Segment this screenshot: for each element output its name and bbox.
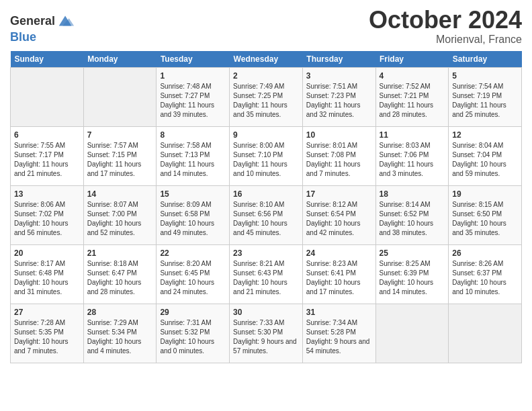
cell-content: Sunrise: 8:26 AMSunset: 6:37 PMDaylight:… [452,259,518,297]
calendar-cell: 17Sunrise: 8:12 AMSunset: 6:54 PMDayligh… [302,185,375,244]
sunset-text: Sunset: 7:17 PM [14,151,64,158]
month-year: October 2024 [369,7,522,34]
calendar-cell: 19Sunrise: 8:15 AMSunset: 6:50 PMDayligh… [449,185,522,244]
calendar-cell: 12Sunrise: 8:04 AMSunset: 7:04 PMDayligh… [449,126,522,185]
logo-icon [56,12,75,31]
daylight-text: Daylight: 10 hours and 38 minutes. [380,220,434,236]
calendar-week-1: 1Sunrise: 7:48 AMSunset: 7:27 PMDaylight… [11,67,522,126]
sunset-text: Sunset: 6:56 PM [233,210,283,218]
sunset-text: Sunset: 7:00 PM [87,210,137,218]
daylight-text: Daylight: 10 hours and 31 minutes. [14,279,69,295]
daylight-text: Daylight: 11 hours and 35 minutes. [233,101,287,118]
sunset-text: Sunset: 6:39 PM [380,269,429,277]
location: Morienval, France [369,34,522,46]
cell-content: Sunrise: 7:33 AMSunset: 5:30 PMDaylight:… [233,318,299,356]
sunrise-text: Sunrise: 8:07 AM [87,201,138,208]
sunrise-text: Sunrise: 7:57 AM [87,142,138,149]
daylight-text: Daylight: 10 hours and 35 minutes. [452,220,506,236]
calendar-cell: 14Sunrise: 8:07 AMSunset: 7:00 PMDayligh… [83,185,157,244]
calendar-cell [449,304,522,363]
cell-content: Sunrise: 7:52 AMSunset: 7:21 PMDaylight:… [380,82,445,120]
sunrise-text: Sunrise: 7:51 AM [306,83,357,90]
calendar-cell: 22Sunrise: 8:20 AMSunset: 6:45 PMDayligh… [157,244,230,304]
page-header: General Blue October 2024 Morienval, Fra… [10,7,522,46]
cell-content: Sunrise: 7:49 AMSunset: 7:25 PMDaylight:… [233,82,299,120]
sunrise-text: Sunrise: 7:31 AM [160,319,211,326]
sunset-text: Sunset: 5:28 PM [306,328,356,336]
daylight-text: Daylight: 10 hours and 49 minutes. [160,220,214,236]
day-number: 1 [160,71,226,82]
sunrise-text: Sunrise: 8:12 AM [306,201,357,208]
calendar-cell: 9Sunrise: 8:00 AMSunset: 7:10 PMDaylight… [230,126,303,185]
day-number: 9 [233,130,299,141]
sunrise-text: Sunrise: 8:21 AM [233,260,284,267]
cell-content: Sunrise: 7:51 AMSunset: 7:23 PMDaylight:… [306,82,372,120]
day-header-tuesday: Tuesday [157,51,230,68]
daylight-text: Daylight: 9 hours and 54 minutes. [306,338,370,355]
daylight-text: Daylight: 10 hours and 24 minutes. [160,279,214,295]
cell-content: Sunrise: 8:01 AMSunset: 7:08 PMDaylight:… [306,141,372,179]
calendar-cell [11,67,84,126]
sunset-text: Sunset: 7:04 PM [452,151,502,158]
day-number: 16 [233,189,299,200]
sunrise-text: Sunrise: 7:58 AM [160,142,211,149]
sunrise-text: Sunrise: 8:14 AM [380,201,431,208]
calendar-week-5: 27Sunrise: 7:28 AMSunset: 5:35 PMDayligh… [11,304,522,363]
day-header-friday: Friday [375,51,449,68]
calendar-cell: 23Sunrise: 8:21 AMSunset: 6:43 PMDayligh… [230,244,303,304]
calendar-cell: 2Sunrise: 7:49 AMSunset: 7:25 PMDaylight… [230,67,303,126]
day-number: 19 [452,189,518,200]
calendar-cell: 3Sunrise: 7:51 AMSunset: 7:23 PMDaylight… [302,67,375,126]
calendar-cell: 7Sunrise: 7:57 AMSunset: 7:15 PMDaylight… [83,126,157,185]
daylight-text: Daylight: 10 hours and 56 minutes. [14,220,69,236]
day-number: 15 [160,189,226,200]
sunset-text: Sunset: 7:15 PM [87,151,137,158]
day-number: 28 [87,307,153,318]
day-number: 26 [452,248,518,259]
sunset-text: Sunset: 7:23 PM [306,92,356,99]
daylight-text: Daylight: 11 hours and 14 minutes. [160,161,214,177]
calendar-cell: 31Sunrise: 7:34 AMSunset: 5:28 PMDayligh… [302,304,375,363]
cell-content: Sunrise: 8:07 AMSunset: 7:00 PMDaylight:… [87,200,153,238]
sunset-text: Sunset: 5:30 PM [233,328,283,336]
sunrise-text: Sunrise: 7:29 AM [87,319,138,326]
cell-content: Sunrise: 7:54 AMSunset: 7:19 PMDaylight:… [452,82,518,120]
cell-content: Sunrise: 7:48 AMSunset: 7:27 PMDaylight:… [160,82,226,120]
cell-content: Sunrise: 7:55 AMSunset: 7:17 PMDaylight:… [14,141,80,179]
calendar-cell: 18Sunrise: 8:14 AMSunset: 6:52 PMDayligh… [375,185,449,244]
calendar-cell: 29Sunrise: 7:31 AMSunset: 5:32 PMDayligh… [157,304,230,363]
sunset-text: Sunset: 6:48 PM [14,269,64,277]
sunset-text: Sunset: 6:50 PM [452,210,502,218]
sunrise-text: Sunrise: 8:17 AM [14,260,65,267]
daylight-text: Daylight: 10 hours and 7 minutes. [14,338,69,355]
sunrise-text: Sunrise: 8:01 AM [306,142,357,149]
calendar-week-4: 20Sunrise: 8:17 AMSunset: 6:48 PMDayligh… [11,244,522,304]
calendar-week-3: 13Sunrise: 8:06 AMSunset: 7:02 PMDayligh… [11,185,522,244]
cell-content: Sunrise: 8:20 AMSunset: 6:45 PMDaylight:… [160,259,226,297]
calendar-cell: 8Sunrise: 7:58 AMSunset: 7:13 PMDaylight… [157,126,230,185]
cell-content: Sunrise: 8:10 AMSunset: 6:56 PMDaylight:… [233,200,299,238]
cell-content: Sunrise: 7:34 AMSunset: 5:28 PMDaylight:… [306,318,372,356]
calendar-cell: 21Sunrise: 8:18 AMSunset: 6:47 PMDayligh… [83,244,157,304]
day-number: 29 [160,307,226,318]
sunrise-text: Sunrise: 8:18 AM [87,260,138,267]
sunset-text: Sunset: 7:02 PM [14,210,64,218]
daylight-text: Daylight: 10 hours and 0 minutes. [160,338,214,355]
sunrise-text: Sunrise: 7:55 AM [14,142,65,149]
day-number: 3 [306,71,372,82]
daylight-text: Daylight: 11 hours and 39 minutes. [160,101,214,118]
calendar-cell: 4Sunrise: 7:52 AMSunset: 7:21 PMDaylight… [375,67,449,126]
cell-content: Sunrise: 8:23 AMSunset: 6:41 PMDaylight:… [306,259,372,297]
sunset-text: Sunset: 7:19 PM [452,92,502,99]
daylight-text: Daylight: 10 hours and 17 minutes. [306,279,361,295]
cell-content: Sunrise: 8:25 AMSunset: 6:39 PMDaylight:… [380,259,445,297]
sunset-text: Sunset: 7:21 PM [380,92,429,99]
calendar-cell: 5Sunrise: 7:54 AMSunset: 7:19 PMDaylight… [449,67,522,126]
cell-content: Sunrise: 8:12 AMSunset: 6:54 PMDaylight:… [306,200,372,238]
day-header-sunday: Sunday [11,51,84,68]
calendar-header-row: SundayMondayTuesdayWednesdayThursdayFrid… [11,51,522,68]
cell-content: Sunrise: 8:04 AMSunset: 7:04 PMDaylight:… [452,141,518,179]
day-number: 14 [87,189,153,200]
day-number: 17 [306,189,372,200]
day-number: 22 [160,248,226,259]
